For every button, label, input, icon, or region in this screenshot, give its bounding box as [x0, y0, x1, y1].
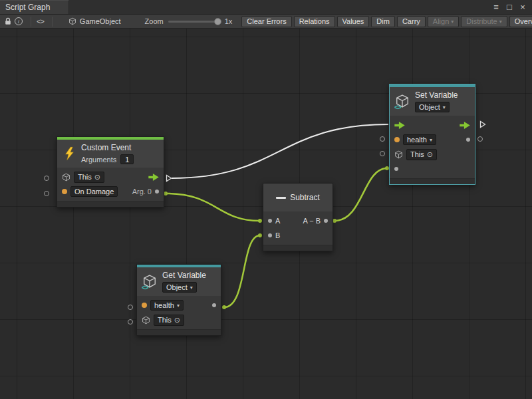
variable-scope-dropdown[interactable]: Object ▾: [415, 102, 450, 112]
minus-icon: [276, 197, 286, 199]
arguments-label: Arguments: [81, 156, 116, 164]
zoom-slider-knob[interactable]: [214, 18, 221, 25]
set-variable-node[interactable]: <> Set Variable Object ▾: [389, 84, 475, 185]
cube-icon: [394, 150, 403, 159]
variable-port-dot[interactable]: [394, 137, 400, 142]
flow-continuation-triangle[interactable]: [166, 174, 172, 182]
set-variable-left-port[interactable]: [380, 151, 385, 156]
value-input-port[interactable]: [394, 167, 398, 171]
variable-name-row: health ▾: [390, 132, 475, 147]
menu-icon[interactable]: ≡: [491, 2, 501, 13]
graph-canvas[interactable]: Custom Event Arguments 1 This ⊙: [0, 29, 532, 399]
gameobject-selector[interactable]: GameObject: [68, 17, 121, 25]
chevron-down-icon: ▾: [451, 19, 454, 25]
align-button[interactable]: Align ▾: [428, 16, 459, 27]
flow-output-port[interactable]: [460, 122, 470, 129]
subtract-node[interactable]: Subtract A A − B B: [263, 183, 333, 251]
custom-event-header[interactable]: Custom Event Arguments 1: [57, 140, 164, 168]
distribute-button[interactable]: Distribute ▾: [461, 16, 507, 27]
chevron-down-icon: ▾: [430, 137, 432, 143]
arguments-count-field[interactable]: 1: [120, 154, 134, 164]
node-title: Subtract: [290, 193, 320, 202]
flow-output-port[interactable]: [148, 174, 159, 181]
node-footer: [137, 329, 221, 335]
arguments-row: Arguments 1: [81, 154, 134, 164]
get-variable-header[interactable]: <> Get Variable Object ▾: [137, 267, 221, 296]
custom-event-node[interactable]: Custom Event Arguments 1 This ⊙: [57, 136, 164, 207]
target-row: This ⊙: [137, 313, 221, 327]
target-object-chip[interactable]: This ⊙: [154, 315, 184, 326]
toolbar-divider: [52, 17, 53, 27]
info-button[interactable]: i: [15, 16, 23, 27]
flow-row: [390, 118, 475, 132]
carry-button[interactable]: Carry: [397, 16, 426, 27]
variable-name-dropdown[interactable]: health ▾: [403, 134, 436, 145]
input-a-row: A A − B: [263, 213, 332, 228]
chevron-down-icon: ▾: [499, 19, 502, 25]
set-variable-left-port[interactable]: [380, 136, 385, 142]
toolbar-divider: [31, 17, 31, 27]
variable-port-dot[interactable]: [142, 303, 147, 308]
target-object-chip[interactable]: This ⊙: [74, 172, 104, 183]
code-icon: <>: [37, 17, 44, 25]
input-b-row: B: [263, 228, 332, 243]
subtract-body: A A − B B: [263, 211, 332, 245]
dim-button[interactable]: Dim: [371, 16, 395, 27]
values-button[interactable]: Values: [337, 16, 370, 27]
zoom-slider[interactable]: [168, 21, 220, 23]
event-port-dot[interactable]: [62, 189, 67, 194]
object-picker-icon[interactable]: ⊙: [174, 316, 180, 325]
cube-icon: [142, 316, 150, 325]
close-icon[interactable]: ×: [517, 2, 528, 13]
subtract-header[interactable]: Subtract: [263, 184, 332, 211]
custom-event-body: This ⊙ On Damage Arg. 0: [57, 168, 164, 201]
lightning-icon: [63, 146, 77, 161]
info-icon: i: [15, 17, 23, 25]
custom-event-left-port[interactable]: [44, 191, 49, 196]
lock-button[interactable]: [4, 16, 12, 27]
value-wire-getvariable-to-subtract-b[interactable]: [224, 235, 260, 307]
variable-scope-dropdown[interactable]: Object ▾: [162, 282, 197, 293]
node-footer: [57, 201, 164, 207]
relations-button[interactable]: Relations: [294, 16, 335, 27]
get-variable-node[interactable]: <> Get Variable Object ▾ health ▾: [136, 264, 221, 336]
target-object-chip[interactable]: This ⊙: [406, 149, 437, 160]
event-name-chip[interactable]: On Damage: [70, 186, 118, 197]
arg0-output-port[interactable]: [155, 190, 159, 194]
custom-event-head-text: Custom Event Arguments 1: [81, 143, 134, 164]
value-wire-subtract-to-setvariable[interactable]: [334, 168, 387, 221]
code-view-button[interactable]: <>: [37, 16, 44, 27]
overview-button[interactable]: Overview: [509, 16, 532, 27]
input-a-label: A: [275, 217, 280, 225]
title-bar: Script Graph ≡ □ ×: [0, 0, 532, 15]
value-wire-arg0-to-subtract-a[interactable]: [166, 194, 260, 221]
node-title: Get Variable: [162, 271, 206, 280]
cube-icon: [68, 17, 76, 25]
value-output-port[interactable]: [466, 138, 470, 142]
set-variable-right-port[interactable]: [477, 136, 483, 142]
set-variable-header[interactable]: <> Set Variable Object ▾: [390, 87, 475, 116]
clear-errors-button[interactable]: Clear Errors: [241, 16, 291, 27]
maximize-icon[interactable]: □: [504, 2, 515, 13]
zoom-control: Zoom 1x: [145, 17, 233, 25]
flow-input-port[interactable]: [394, 122, 405, 129]
variable-cube-icon: <>: [142, 274, 158, 290]
get-variable-left-port[interactable]: [128, 305, 133, 310]
variable-name-dropdown[interactable]: health ▾: [150, 300, 184, 311]
value-output-port[interactable]: [212, 303, 216, 307]
result-label: A − B: [303, 217, 321, 225]
get-variable-left-port[interactable]: [128, 319, 133, 325]
object-picker-icon[interactable]: ⊙: [427, 150, 433, 159]
get-variable-body: health ▾ This ⊙: [137, 296, 221, 329]
input-b-label: B: [275, 231, 280, 239]
node-footer: [263, 245, 332, 251]
tab-script-graph[interactable]: Script Graph: [0, 0, 69, 14]
input-b-port[interactable]: [268, 233, 272, 237]
object-picker-icon[interactable]: ⊙: [94, 173, 100, 182]
flow-wire-customevent-to-setvariable[interactable]: [172, 124, 388, 178]
input-a-port[interactable]: [268, 219, 272, 223]
chevron-down-icon: ▾: [443, 104, 446, 110]
result-output-port[interactable]: [324, 219, 328, 223]
custom-event-left-port[interactable]: [44, 176, 49, 181]
flow-continuation-triangle[interactable]: [479, 120, 486, 128]
